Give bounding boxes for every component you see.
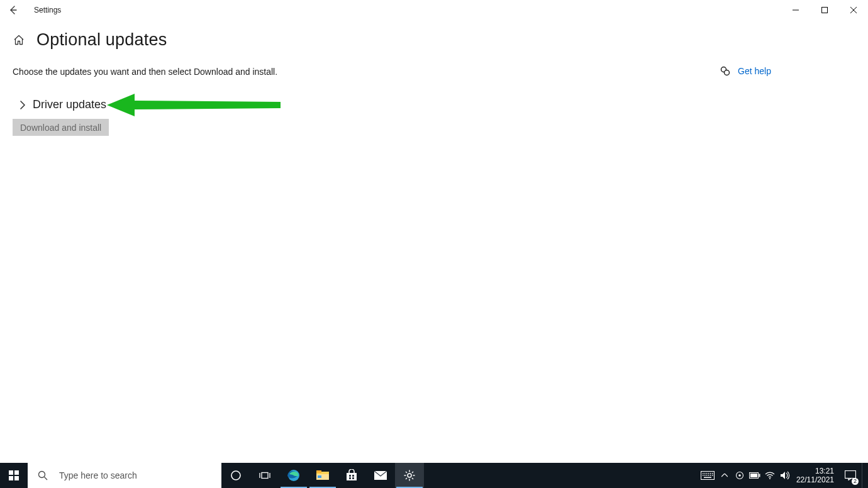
start-button[interactable] [0,463,28,488]
system-tray: 13:21 22/11/2021 2 [698,463,868,488]
svg-point-29 [408,474,411,477]
search-icon [38,470,48,480]
svg-rect-10 [9,476,13,480]
svg-point-57 [769,478,771,479]
chevron-right-icon [18,100,28,110]
taskbar-search[interactable]: Type here to search [28,463,221,488]
svg-line-34 [406,472,407,473]
taskbar-app-settings[interactable] [395,463,424,488]
svg-rect-23 [347,473,357,480]
cortana-icon [230,470,242,481]
tray-battery[interactable] [747,463,762,488]
show-desktop-button[interactable] [862,463,865,488]
tray-show-hidden[interactable] [717,463,732,488]
windows-icon [9,470,19,480]
svg-rect-20 [316,470,321,473]
svg-rect-46 [704,475,706,476]
svg-rect-9 [14,470,19,475]
window-titlebar: Settings [0,0,868,20]
svg-point-53 [738,474,741,477]
action-center-button[interactable]: 2 [839,463,862,488]
arrow-left-icon [8,5,18,15]
svg-rect-26 [349,477,351,479]
mail-icon [374,471,387,480]
home-icon [13,35,25,46]
svg-rect-41 [706,473,708,474]
svg-rect-2 [822,8,828,13]
back-button[interactable] [0,0,26,20]
svg-rect-56 [750,474,757,477]
tray-wifi[interactable] [762,463,777,488]
maximize-icon [821,7,828,13]
svg-rect-27 [352,477,354,479]
clock-date: 22/11/2021 [796,475,834,484]
location-icon [735,471,744,480]
svg-rect-50 [712,475,713,476]
driver-updates-expander[interactable]: Driver updates [18,98,106,111]
taskbar-app-store[interactable] [337,463,366,488]
task-view-button[interactable] [250,463,279,488]
svg-rect-15 [262,473,268,479]
svg-rect-43 [710,473,711,474]
task-view-icon [259,471,270,480]
search-placeholder: Type here to search [59,470,137,480]
svg-rect-47 [706,475,708,476]
svg-line-13 [45,477,48,480]
minimize-icon [793,7,799,13]
keyboard-icon [701,471,715,480]
taskbar-app-edge[interactable] [279,463,308,488]
svg-rect-11 [14,476,19,480]
page-title: Optional updates [36,30,167,50]
svg-rect-25 [352,475,354,477]
svg-rect-22 [318,475,321,478]
svg-point-12 [39,472,45,478]
window-controls [781,0,868,20]
svg-rect-51 [704,477,711,479]
svg-marker-7 [107,94,281,116]
svg-rect-55 [759,474,760,477]
taskbar-app-mail[interactable] [366,463,395,488]
titlebar-left: Settings [0,0,61,20]
home-button[interactable] [13,34,25,47]
svg-rect-49 [710,475,711,476]
tray-input-indicator[interactable] [698,463,717,488]
svg-rect-48 [708,475,709,476]
taskbar-clock[interactable]: 13:21 22/11/2021 [793,467,839,484]
get-help-icon [720,66,730,76]
store-icon [345,469,358,482]
svg-rect-58 [845,471,856,479]
close-button[interactable] [839,0,868,20]
svg-point-14 [231,471,240,480]
svg-line-37 [406,478,407,479]
driver-updates-label: Driver updates [33,98,106,111]
tray-location[interactable] [732,463,747,488]
svg-rect-44 [712,473,713,474]
get-help-link[interactable]: Get help [738,66,771,76]
svg-rect-24 [349,475,351,477]
cortana-button[interactable] [221,463,250,488]
action-center-badge: 2 [852,478,859,485]
download-and-install-button[interactable]: Download and install [13,119,109,136]
maximize-button[interactable] [810,0,839,20]
edge-icon [287,469,301,482]
svg-line-36 [412,472,413,473]
svg-rect-45 [703,475,704,476]
svg-rect-42 [708,473,709,474]
chevron-up-icon [721,474,728,477]
taskbar-app-file-explorer[interactable] [308,463,337,488]
close-icon [850,7,857,13]
wifi-icon [765,472,775,479]
svg-point-6 [725,70,730,75]
svg-line-35 [412,478,413,479]
help-link-area[interactable]: Get help [720,66,771,76]
minimize-button[interactable] [781,0,810,20]
battery-icon [749,472,760,479]
gear-icon [404,470,415,481]
tray-volume[interactable] [777,463,793,488]
clock-time: 13:21 [796,467,834,475]
svg-rect-39 [703,473,704,474]
page-header: Optional updates [13,30,167,50]
taskbar: Type here to search [0,463,868,488]
app-title: Settings [34,6,61,14]
svg-rect-8 [9,470,13,475]
